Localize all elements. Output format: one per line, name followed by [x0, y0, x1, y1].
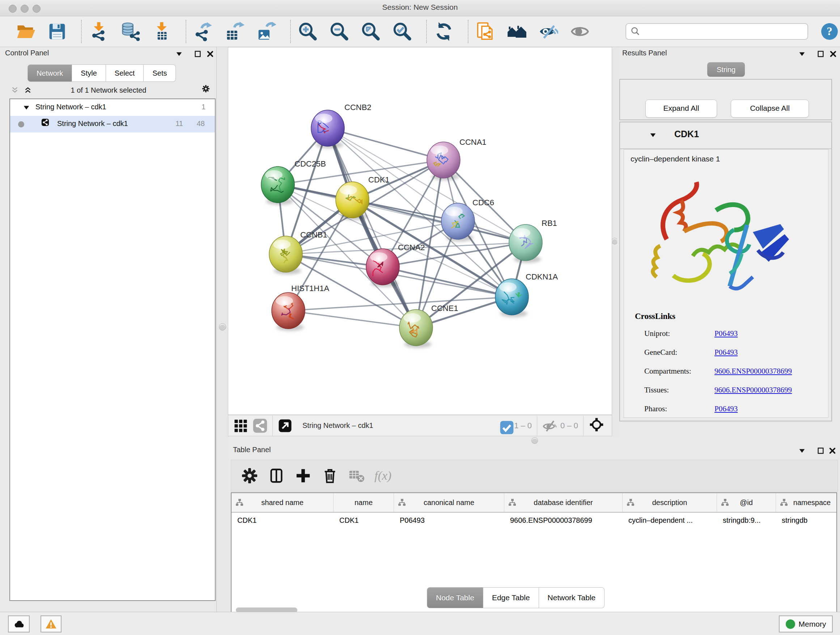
- tab-string[interactable]: String: [707, 62, 745, 77]
- network-options-gear-icon[interactable]: [202, 85, 213, 96]
- collection-expand-icon[interactable]: [22, 103, 30, 111]
- gene-details: cyclin–dependent kinase 1: [624, 149, 829, 418]
- column-header-description[interactable]: description: [622, 493, 717, 512]
- selected-counts: 1 – 0: [514, 421, 532, 431]
- float-panel-icon[interactable]: [817, 447, 825, 455]
- zoom-fit-icon[interactable]: [361, 22, 381, 41]
- show-column-icon[interactable]: [268, 467, 285, 484]
- tab-sets[interactable]: Sets: [144, 65, 176, 82]
- save-session-icon[interactable]: [47, 22, 67, 41]
- tab-edge-table[interactable]: Edge Table: [483, 587, 539, 608]
- node-label-CDK1: CDK1: [368, 175, 390, 184]
- table-cell[interactable]: CDK1: [232, 513, 333, 529]
- export-network-icon[interactable]: [194, 22, 213, 41]
- tab-network-table[interactable]: Network Table: [539, 587, 605, 608]
- splitter-handle[interactable]: [531, 437, 538, 444]
- tab-style[interactable]: Style: [72, 65, 106, 82]
- network-row-selected[interactable]: String Network – cdk1 11 48: [10, 116, 215, 133]
- hide-selected-icon[interactable]: [538, 22, 558, 41]
- horizontal-splitter[interactable]: [228, 437, 840, 444]
- crosslink-link[interactable]: P06493: [714, 404, 737, 413]
- zoom-out-icon[interactable]: [330, 22, 349, 41]
- crosslink-row: Compartments:9606.ENSP00000378699: [644, 367, 825, 376]
- zoom-selected-icon[interactable]: [393, 22, 412, 41]
- help-button[interactable]: ?: [821, 22, 838, 41]
- column-header-canonical-name[interactable]: canonical name: [394, 493, 504, 512]
- pan-crosshair-icon[interactable]: [589, 417, 606, 434]
- search-input[interactable]: [641, 27, 807, 36]
- open-file-icon[interactable]: [16, 22, 35, 41]
- memory-status-dot: [786, 619, 795, 629]
- detach-view-icon[interactable]: [278, 418, 292, 433]
- search-box[interactable]: [625, 23, 808, 40]
- float-panel-icon[interactable]: [194, 50, 202, 58]
- close-panel-icon[interactable]: [829, 50, 837, 58]
- warning-status-button[interactable]: [41, 616, 62, 632]
- column-header-shared-name[interactable]: shared name: [232, 493, 333, 512]
- column-header-database-identifier[interactable]: database identifier: [504, 493, 622, 512]
- network-graph[interactable]: CCNB2CCNA1CDC25BCDK1CDC6RB1CCNB1CCNA2CDK…: [228, 48, 612, 415]
- table-cell[interactable]: P06493: [394, 513, 504, 529]
- float-panel-icon[interactable]: [817, 50, 825, 58]
- network-node-count: 11: [175, 119, 183, 128]
- home-view-icon[interactable]: [507, 22, 527, 41]
- cloud-status-button[interactable]: [8, 616, 30, 632]
- vertical-splitter[interactable]: [216, 47, 229, 612]
- table-cell[interactable]: 9606.ENSP00000378699: [504, 513, 622, 529]
- splitter-handle[interactable]: [219, 323, 226, 331]
- table-options-gear-icon[interactable]: [241, 467, 258, 484]
- node-label-CDC25B: CDC25B: [294, 159, 326, 168]
- import-database-icon[interactable]: [120, 22, 140, 41]
- table-cell[interactable]: CDK1: [333, 513, 394, 529]
- crosslink-row: Tissues:9606.ENSP00000378699: [644, 386, 825, 394]
- collapse-all-button[interactable]: Collapse All: [731, 100, 809, 118]
- gene-section-header[interactable]: CDK1: [620, 122, 831, 149]
- close-panel-icon[interactable]: [829, 447, 836, 455]
- tab-node-table[interactable]: Node Table: [427, 587, 483, 608]
- memory-button[interactable]: Memory: [779, 616, 833, 632]
- tab-select[interactable]: Select: [106, 65, 144, 82]
- search-icon: [630, 27, 641, 36]
- crosslink-link[interactable]: 9606.ENSP00000378699: [714, 367, 792, 376]
- import-network-icon[interactable]: [89, 22, 109, 41]
- delete-column-icon[interactable]: [322, 467, 338, 484]
- crosslink-link[interactable]: 9606.ENSP00000378699: [714, 386, 792, 394]
- tab-network[interactable]: Network: [27, 65, 72, 82]
- crosslink-link[interactable]: P06493: [714, 329, 737, 338]
- toolbar-divider: [81, 20, 82, 43]
- table-cell[interactable]: stringdb: [776, 513, 837, 529]
- column-header-namespace[interactable]: namespace: [776, 493, 837, 512]
- expand-all-button[interactable]: Expand All: [645, 100, 717, 118]
- add-column-icon[interactable]: [295, 467, 311, 484]
- table-tabs: Node TableEdge TableNetwork Table: [427, 587, 605, 608]
- import-table-icon[interactable]: [152, 22, 172, 41]
- table-cell[interactable]: stringdb:9...: [717, 513, 776, 529]
- clone-network-view-icon[interactable]: [476, 22, 495, 41]
- panel-menu-icon[interactable]: [175, 50, 183, 58]
- network-canvas[interactable]: CCNB2CCNA1CDC25BCDK1CDC6RB1CCNB1CCNA2CDK…: [228, 47, 612, 415]
- main-toolbar: ?: [0, 16, 840, 47]
- cytoscape-window: Session: New Session ? Control Panel Net…: [0, 0, 840, 635]
- view-string-icon[interactable]: [253, 418, 267, 433]
- preview-mode-icon[interactable]: [570, 22, 590, 41]
- zoom-in-icon[interactable]: [298, 22, 317, 41]
- warning-icon: [45, 618, 57, 630]
- network-collection-row[interactable]: String Network – cdk1 1: [10, 99, 215, 116]
- canvas-results-splitter[interactable]: [612, 47, 617, 437]
- panel-menu-icon[interactable]: [798, 50, 806, 58]
- hidden-eye-slash-icon[interactable]: [542, 418, 557, 433]
- section-collapse-icon[interactable]: [649, 131, 657, 139]
- table-row[interactable]: CDK1CDK1P064939606.ENSP00000378699cyclin…: [232, 513, 836, 529]
- refresh-view-icon[interactable]: [434, 22, 454, 41]
- export-table-icon[interactable]: [225, 22, 245, 41]
- results-actions-box: Expand All Collapse All: [619, 79, 832, 120]
- table-cell[interactable]: cyclin–dependent ...: [622, 513, 717, 529]
- birds-eye-view-icon[interactable]: [233, 418, 248, 433]
- crosslink-link[interactable]: P06493: [714, 348, 737, 357]
- close-panel-icon[interactable]: [206, 50, 214, 58]
- column-header-name[interactable]: name: [333, 493, 394, 512]
- panel-menu-icon[interactable]: [798, 447, 806, 455]
- selected-checkbox-icon[interactable]: [500, 420, 510, 431]
- column-header-@id[interactable]: @id: [717, 493, 776, 512]
- export-image-icon[interactable]: [256, 22, 276, 41]
